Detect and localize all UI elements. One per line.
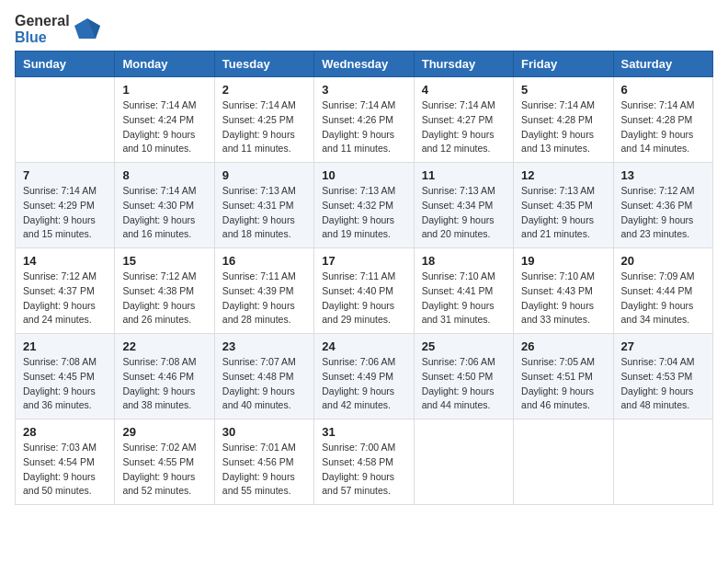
cell-content: Sunrise: 7:02 AM Sunset: 4:55 PM Dayligh…: [122, 441, 206, 499]
week-row-1: 1Sunrise: 7:14 AM Sunset: 4:24 PM Daylig…: [16, 77, 713, 163]
day-header-friday: Friday: [514, 52, 613, 77]
cell-content: Sunrise: 7:09 AM Sunset: 4:44 PM Dayligh…: [621, 270, 705, 327]
calendar-cell: 31Sunrise: 7:00 AM Sunset: 4:58 PM Dayli…: [314, 419, 414, 505]
calendar-cell: 27Sunrise: 7:04 AM Sunset: 4:53 PM Dayli…: [613, 334, 712, 419]
calendar-cell: 9Sunrise: 7:13 AM Sunset: 4:31 PM Daylig…: [214, 163, 313, 248]
cell-content: Sunrise: 7:12 AM Sunset: 4:38 PM Dayligh…: [122, 270, 206, 327]
calendar-cell: 12Sunrise: 7:13 AM Sunset: 4:35 PM Dayli…: [514, 163, 613, 248]
cell-content: Sunrise: 7:10 AM Sunset: 4:41 PM Dayligh…: [422, 270, 506, 327]
cell-content: Sunrise: 7:14 AM Sunset: 4:29 PM Dayligh…: [23, 184, 107, 242]
cell-content: Sunrise: 7:13 AM Sunset: 4:34 PM Dayligh…: [422, 184, 506, 242]
calendar-cell: 5Sunrise: 7:14 AM Sunset: 4:28 PM Daylig…: [514, 77, 613, 163]
day-number: 10: [322, 168, 405, 182]
cell-content: Sunrise: 7:11 AM Sunset: 4:39 PM Dayligh…: [222, 270, 306, 327]
day-number: 3: [322, 83, 405, 97]
calendar-table: SundayMondayTuesdayWednesdayThursdayFrid…: [15, 51, 713, 505]
cell-content: Sunrise: 7:03 AM Sunset: 4:54 PM Dayligh…: [23, 441, 107, 499]
day-number: 19: [521, 254, 605, 268]
calendar-cell: 29Sunrise: 7:02 AM Sunset: 4:55 PM Dayli…: [115, 419, 214, 505]
day-number: 11: [422, 168, 506, 182]
day-number: 26: [521, 339, 605, 353]
calendar-cell: [414, 419, 513, 505]
calendar-cell: 13Sunrise: 7:12 AM Sunset: 4:36 PM Dayli…: [613, 163, 712, 248]
logo-blue-text: Blue: [15, 29, 47, 46]
cell-content: Sunrise: 7:14 AM Sunset: 4:28 PM Dayligh…: [521, 98, 605, 156]
cell-content: Sunrise: 7:14 AM Sunset: 4:30 PM Dayligh…: [122, 184, 206, 242]
day-number: 12: [521, 168, 605, 182]
cell-content: Sunrise: 7:13 AM Sunset: 4:32 PM Dayligh…: [322, 184, 405, 242]
day-number: 31: [322, 425, 405, 439]
calendar-cell: 6Sunrise: 7:14 AM Sunset: 4:28 PM Daylig…: [613, 77, 712, 163]
calendar-cell: 18Sunrise: 7:10 AM Sunset: 4:41 PM Dayli…: [414, 248, 513, 334]
calendar-body: 1Sunrise: 7:14 AM Sunset: 4:24 PM Daylig…: [16, 77, 713, 505]
cell-content: Sunrise: 7:08 AM Sunset: 4:46 PM Dayligh…: [122, 355, 206, 413]
calendar-cell: 14Sunrise: 7:12 AM Sunset: 4:37 PM Dayli…: [16, 248, 115, 334]
logo-icon: [74, 17, 101, 42]
day-header-sunday: Sunday: [16, 52, 115, 77]
cell-content: Sunrise: 7:10 AM Sunset: 4:43 PM Dayligh…: [521, 270, 605, 327]
calendar-cell: 24Sunrise: 7:06 AM Sunset: 4:49 PM Dayli…: [314, 334, 414, 419]
calendar-cell: 15Sunrise: 7:12 AM Sunset: 4:38 PM Dayli…: [115, 248, 214, 334]
day-number: 27: [621, 339, 705, 353]
cell-content: Sunrise: 7:06 AM Sunset: 4:50 PM Dayligh…: [422, 355, 506, 413]
cell-content: Sunrise: 7:01 AM Sunset: 4:56 PM Dayligh…: [222, 441, 306, 499]
day-number: 28: [23, 425, 107, 439]
day-number: 29: [122, 425, 206, 439]
day-header-tuesday: Tuesday: [214, 52, 313, 77]
cell-content: Sunrise: 7:13 AM Sunset: 4:31 PM Dayligh…: [222, 184, 306, 242]
calendar-header-row: SundayMondayTuesdayWednesdayThursdayFrid…: [16, 52, 713, 77]
calendar-cell: 19Sunrise: 7:10 AM Sunset: 4:43 PM Dayli…: [514, 248, 613, 334]
day-number: 21: [23, 339, 107, 353]
cell-content: Sunrise: 7:11 AM Sunset: 4:40 PM Dayligh…: [322, 270, 405, 327]
day-number: 13: [621, 168, 705, 182]
calendar-cell: [514, 419, 613, 505]
calendar-cell: 17Sunrise: 7:11 AM Sunset: 4:40 PM Dayli…: [314, 248, 414, 334]
calendar-cell: 11Sunrise: 7:13 AM Sunset: 4:34 PM Dayli…: [414, 163, 513, 248]
day-number: 1: [122, 83, 206, 97]
day-number: 17: [322, 254, 405, 268]
day-number: 15: [122, 254, 206, 268]
cell-content: Sunrise: 7:14 AM Sunset: 4:28 PM Dayligh…: [621, 98, 705, 156]
cell-content: Sunrise: 7:14 AM Sunset: 4:24 PM Dayligh…: [122, 98, 206, 156]
day-number: 25: [422, 339, 506, 353]
calendar-cell: 25Sunrise: 7:06 AM Sunset: 4:50 PM Dayli…: [414, 334, 513, 419]
cell-content: Sunrise: 7:00 AM Sunset: 4:58 PM Dayligh…: [322, 441, 405, 499]
week-row-4: 21Sunrise: 7:08 AM Sunset: 4:45 PM Dayli…: [16, 334, 713, 419]
day-number: 8: [122, 168, 206, 182]
day-header-thursday: Thursday: [414, 52, 513, 77]
cell-content: Sunrise: 7:12 AM Sunset: 4:36 PM Dayligh…: [621, 184, 705, 242]
calendar-cell: 21Sunrise: 7:08 AM Sunset: 4:45 PM Dayli…: [16, 334, 115, 419]
calendar-cell: 8Sunrise: 7:14 AM Sunset: 4:30 PM Daylig…: [115, 163, 214, 248]
day-header-wednesday: Wednesday: [314, 52, 414, 77]
week-row-5: 28Sunrise: 7:03 AM Sunset: 4:54 PM Dayli…: [16, 419, 713, 505]
calendar-cell: 23Sunrise: 7:07 AM Sunset: 4:48 PM Dayli…: [214, 334, 313, 419]
cell-content: Sunrise: 7:06 AM Sunset: 4:49 PM Dayligh…: [322, 355, 405, 413]
calendar-cell: [613, 419, 712, 505]
cell-content: Sunrise: 7:14 AM Sunset: 4:25 PM Dayligh…: [222, 98, 306, 156]
calendar-cell: 16Sunrise: 7:11 AM Sunset: 4:39 PM Dayli…: [214, 248, 313, 334]
calendar-cell: 2Sunrise: 7:14 AM Sunset: 4:25 PM Daylig…: [214, 77, 313, 163]
calendar-cell: 28Sunrise: 7:03 AM Sunset: 4:54 PM Dayli…: [16, 419, 115, 505]
week-row-3: 14Sunrise: 7:12 AM Sunset: 4:37 PM Dayli…: [16, 248, 713, 334]
cell-content: Sunrise: 7:07 AM Sunset: 4:48 PM Dayligh…: [222, 355, 306, 413]
cell-content: Sunrise: 7:13 AM Sunset: 4:35 PM Dayligh…: [521, 184, 605, 242]
calendar-cell: 20Sunrise: 7:09 AM Sunset: 4:44 PM Dayli…: [613, 248, 712, 334]
logo-general-text: General: [15, 13, 70, 29]
day-number: 5: [521, 83, 605, 97]
day-number: 6: [621, 83, 705, 97]
cell-content: Sunrise: 7:05 AM Sunset: 4:51 PM Dayligh…: [521, 355, 605, 413]
day-number: 16: [222, 254, 306, 268]
logo: General Blue: [15, 13, 101, 45]
day-header-monday: Monday: [115, 52, 214, 77]
day-number: 23: [222, 339, 306, 353]
cell-content: Sunrise: 7:12 AM Sunset: 4:37 PM Dayligh…: [23, 270, 107, 327]
logo-wordmark: General Blue: [15, 13, 70, 45]
day-number: 2: [222, 83, 306, 97]
day-number: 30: [222, 425, 306, 439]
day-number: 4: [422, 83, 506, 97]
calendar-cell: [16, 77, 115, 163]
calendar-cell: 26Sunrise: 7:05 AM Sunset: 4:51 PM Dayli…: [514, 334, 613, 419]
week-row-2: 7Sunrise: 7:14 AM Sunset: 4:29 PM Daylig…: [16, 163, 713, 248]
cell-content: Sunrise: 7:04 AM Sunset: 4:53 PM Dayligh…: [621, 355, 705, 413]
cell-content: Sunrise: 7:14 AM Sunset: 4:27 PM Dayligh…: [422, 98, 506, 156]
